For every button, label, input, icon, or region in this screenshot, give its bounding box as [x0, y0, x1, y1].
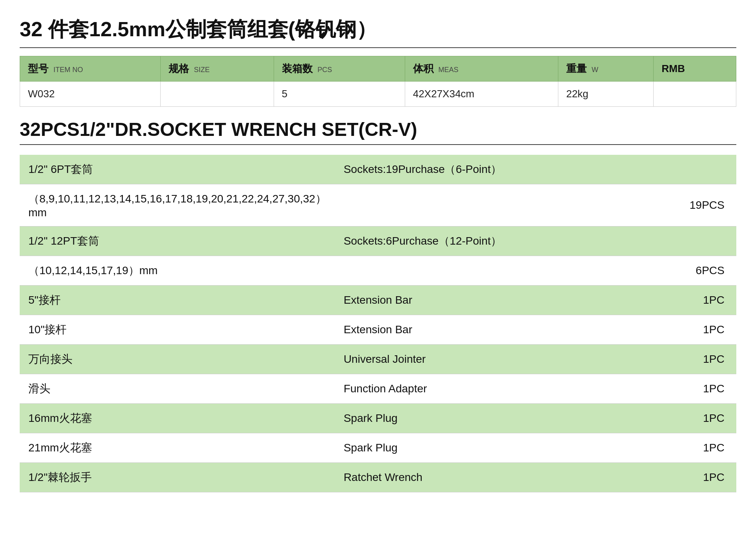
item-english-10: Spark Plug	[335, 433, 681, 463]
item-chinese-7: 万向接头	[20, 345, 335, 374]
item-quantity-1	[681, 155, 736, 184]
header-meas-chinese: 体积	[413, 63, 434, 74]
spec-item-no: W032	[20, 82, 161, 107]
content-row: 5"接杆Extension Bar1PC	[20, 286, 736, 315]
item-chinese-6: 10"接杆	[20, 315, 335, 345]
item-chinese-8: 滑头	[20, 374, 335, 404]
content-row: 1/2" 12PT套筒Sockets:6Purchase（12-Point）	[20, 226, 736, 256]
item-english-7: Universal Jointer	[335, 345, 681, 374]
content-row: 10"接杆Extension Bar1PC	[20, 315, 736, 345]
spec-pcs: 5	[274, 82, 405, 107]
main-title: 32 件套12.5mm公制套筒组套(铬钒钢）	[20, 16, 736, 48]
header-size: 规格 SIZE	[160, 56, 274, 82]
header-pcs-chinese: 装箱数	[282, 63, 313, 74]
item-english-4	[335, 256, 681, 286]
item-english-11: Ratchet Wrench	[335, 463, 681, 492]
item-english-3: Sockets:6Purchase（12-Point）	[335, 226, 681, 256]
specs-data-row: W032 5 42X27X34cm 22kg	[20, 82, 736, 107]
item-chinese-4: （10,12,14,15,17,19）mm	[20, 256, 335, 286]
content-row: 万向接头Universal Jointer1PC	[20, 345, 736, 374]
specs-table: 型号 ITEM NO 规格 SIZE 装箱数 PCS 体积 MEAS 重量 W …	[20, 56, 736, 107]
content-row: 滑头Function Adapter1PC	[20, 374, 736, 404]
header-weight: 重量 W	[558, 56, 653, 82]
item-english-8: Function Adapter	[335, 374, 681, 404]
header-meas: 体积 MEAS	[405, 56, 558, 82]
spec-meas: 42X27X34cm	[405, 82, 558, 107]
header-item-no-chinese: 型号	[28, 63, 48, 74]
item-chinese-3: 1/2" 12PT套筒	[20, 226, 335, 256]
item-english-2	[335, 184, 681, 226]
item-english-9: Spark Plug	[335, 404, 681, 433]
header-item-no: 型号 ITEM NO	[20, 56, 161, 82]
header-rmb: RMB	[654, 56, 736, 82]
header-meas-english: MEAS	[438, 66, 458, 74]
item-quantity-2: 19PCS	[681, 184, 736, 226]
content-table: 1/2" 6PT套筒Sockets:19Purchase（6-Point）（8,…	[20, 155, 736, 492]
item-quantity-4: 6PCS	[681, 256, 736, 286]
content-row: （8,9,10,11,12,13,14,15,16,17,18,19,20,21…	[20, 184, 736, 226]
item-english-1: Sockets:19Purchase（6-Point）	[335, 155, 681, 184]
item-english-5: Extension Bar	[335, 286, 681, 315]
content-row: （10,12,14,15,17,19）mm6PCS	[20, 256, 736, 286]
spec-size	[160, 82, 274, 107]
item-chinese-10: 21mm火花塞	[20, 433, 335, 463]
header-item-no-english: ITEM NO	[54, 66, 83, 74]
content-row: 1/2"棘轮扳手Ratchet Wrench1PC	[20, 463, 736, 492]
item-chinese-5: 5"接杆	[20, 286, 335, 315]
spec-rmb	[654, 82, 736, 107]
content-row: 1/2" 6PT套筒Sockets:19Purchase（6-Point）	[20, 155, 736, 184]
specs-header-row: 型号 ITEM NO 规格 SIZE 装箱数 PCS 体积 MEAS 重量 W …	[20, 56, 736, 82]
spec-weight: 22kg	[558, 82, 653, 107]
item-chinese-2: （8,9,10,11,12,13,14,15,16,17,18,19,20,21…	[20, 184, 335, 226]
content-row: 16mm火花塞Spark Plug1PC	[20, 404, 736, 433]
item-quantity-5: 1PC	[681, 286, 736, 315]
header-size-chinese: 规格	[169, 63, 189, 74]
header-weight-english: W	[592, 66, 598, 74]
item-quantity-9: 1PC	[681, 404, 736, 433]
item-chinese-9: 16mm火花塞	[20, 404, 335, 433]
item-english-6: Extension Bar	[335, 315, 681, 345]
header-pcs-english: PCS	[317, 66, 332, 74]
item-quantity-11: 1PC	[681, 463, 736, 492]
section-title: 32PCS1/2"DR.SOCKET WRENCH SET(CR-V)	[20, 119, 736, 145]
header-pcs: 装箱数 PCS	[274, 56, 405, 82]
item-chinese-1: 1/2" 6PT套筒	[20, 155, 335, 184]
item-quantity-10: 1PC	[681, 433, 736, 463]
header-size-english: SIZE	[194, 66, 209, 74]
content-row: 21mm火花塞Spark Plug1PC	[20, 433, 736, 463]
item-quantity-6: 1PC	[681, 315, 736, 345]
item-quantity-8: 1PC	[681, 374, 736, 404]
header-weight-chinese: 重量	[566, 63, 587, 74]
item-chinese-11: 1/2"棘轮扳手	[20, 463, 335, 492]
header-rmb-chinese: RMB	[662, 63, 685, 74]
item-quantity-7: 1PC	[681, 345, 736, 374]
item-quantity-3	[681, 226, 736, 256]
